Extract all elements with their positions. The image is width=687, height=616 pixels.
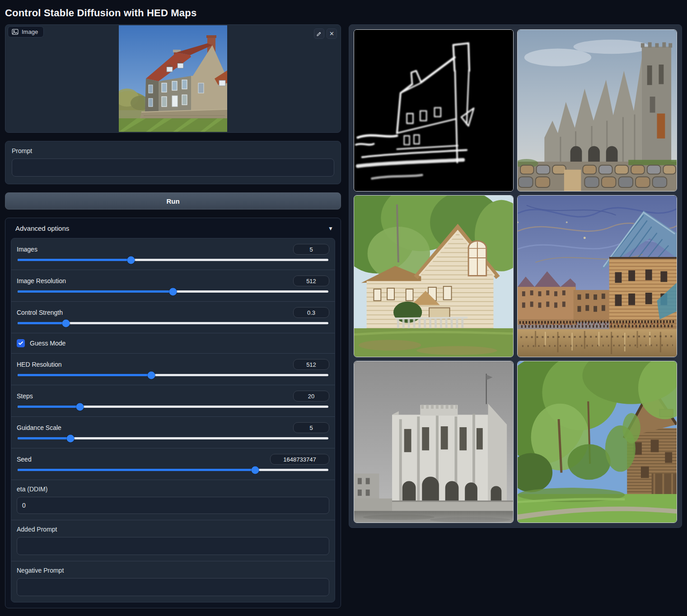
gallery-item-bw-building[interactable] [354,361,514,523]
images-slider-label: Images [17,246,37,253]
hed-resolution-slider-row: HED Resolution [11,354,335,385]
steps-slider[interactable] [18,406,328,408]
control-strength-slider-label: Control Strength [17,309,63,316]
control-strength-slider-row: Control Strength [11,302,335,333]
results-column [349,24,682,528]
check-icon [18,341,23,346]
gallery-item-cathedral[interactable] [517,29,677,191]
added-prompt-field-row: Added Prompt [11,520,335,561]
guidance-scale-slider-label: Guidance Scale [17,424,61,431]
page-title: Control Stable Diffusion with HED Maps [5,7,682,19]
guess-mode-checkbox[interactable] [17,339,25,347]
steps-value-input[interactable] [293,391,329,401]
hed-resolution-slider-handle[interactable] [147,371,155,379]
clear-image-button[interactable]: ✕ [327,28,337,39]
guess-mode-row: Guess Mode [11,333,335,354]
hed-map-graphic [354,30,513,191]
gallery-item-wooden-house[interactable] [354,195,514,357]
image-resolution-slider[interactable] [18,290,328,293]
negative-prompt-field-row: Negative Prompt [11,561,335,602]
added-prompt-input[interactable] [17,537,329,555]
hed-resolution-slider-label: HED Resolution [17,361,62,368]
advanced-options-accordion: Advanced options ▼ Images Image Resoluti… [5,218,341,608]
cathedral-graphic [518,30,677,191]
prompt-label: Prompt [12,147,334,154]
negative-prompt-label: Negative Prompt [17,567,329,574]
control-strength-value-input[interactable] [293,307,329,318]
seed-slider-row: Seed [11,448,335,480]
guidance-scale-value-input[interactable] [293,422,329,433]
advanced-options-header[interactable]: Advanced options ▼ [11,224,335,238]
controls-column: Image ✕ [5,24,341,608]
triangle-down-icon: ▼ [328,225,333,232]
added-prompt-label: Added Prompt [17,526,329,533]
seed-slider[interactable] [18,469,328,471]
input-image-component: Image ✕ [5,24,341,133]
gallery-item-hed-map[interactable] [354,29,514,191]
steps-slider-handle[interactable] [76,403,84,411]
seed-slider-label: Seed [17,456,32,463]
image-resolution-slider-row: Image Resolution [11,270,335,302]
guidance-scale-slider-handle[interactable] [66,434,74,442]
house-trees-graphic [518,361,677,523]
control-strength-slider-handle[interactable] [62,319,70,327]
guess-mode-label: Guess Mode [30,340,65,347]
hed-resolution-value-input[interactable] [293,359,329,370]
image-resolution-value-input[interactable] [293,275,329,286]
negative-prompt-input[interactable] [17,578,329,596]
run-button[interactable]: Run [5,192,341,210]
image-component-label: Image [8,26,44,37]
gallery-item-impressionist[interactable] [517,195,677,357]
control-strength-slider[interactable] [18,322,328,324]
prompt-field: Prompt [5,141,341,184]
image-component-label-text: Image [22,28,38,35]
images-value-input[interactable] [293,244,329,255]
steps-slider-row: Steps [11,385,335,417]
edit-image-button[interactable] [314,28,324,39]
steps-slider-label: Steps [17,392,33,400]
images-slider-handle[interactable] [127,256,135,264]
seed-value-input[interactable] [270,454,329,465]
image-resolution-slider-handle[interactable] [169,288,177,295]
hed-resolution-slider[interactable] [18,374,328,376]
gallery-item-house-trees[interactable] [517,361,677,523]
app-header: Control Stable Diffusion with HED Maps [0,0,687,24]
advanced-options-group: Images Image Resolution [11,238,335,602]
eta-label: eta (DDIM) [17,485,329,493]
pencil-icon [316,31,322,37]
result-gallery [349,24,682,528]
prompt-input[interactable] [12,159,334,177]
advanced-options-title: Advanced options [15,224,69,232]
guidance-scale-slider[interactable] [18,437,328,439]
input-image-preview[interactable] [119,25,227,132]
impressionist-graphic [518,196,677,357]
wooden-house-graphic [354,196,513,357]
eta-input[interactable] [17,497,329,514]
eta-field-row: eta (DDIM) [11,480,335,520]
image-icon [12,29,19,35]
image-resolution-slider-label: Image Resolution [17,277,66,285]
images-slider-row: Images [11,238,335,270]
app-page: Control Stable Diffusion with HED Maps I… [0,0,687,616]
guidance-scale-slider-row: Guidance Scale [11,417,335,448]
close-icon: ✕ [329,30,334,37]
seed-slider-handle[interactable] [252,466,259,474]
bw-building-graphic [354,361,513,523]
images-slider[interactable] [18,259,328,261]
input-photo-graphic [119,25,227,132]
